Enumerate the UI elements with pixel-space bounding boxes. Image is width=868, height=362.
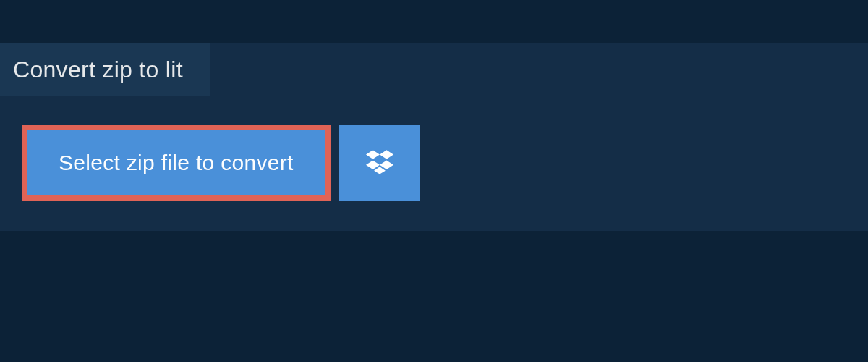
tab-title: Convert zip to lit bbox=[13, 56, 183, 83]
dropbox-icon bbox=[366, 148, 393, 178]
dropbox-button[interactable] bbox=[339, 125, 420, 201]
select-file-button[interactable]: Select zip file to convert bbox=[22, 125, 331, 201]
converter-tab[interactable]: Convert zip to lit bbox=[0, 43, 210, 96]
action-row: Select zip file to convert bbox=[22, 125, 868, 201]
select-file-label: Select zip file to convert bbox=[59, 151, 294, 175]
converter-panel: Convert zip to lit Select zip file to co… bbox=[0, 43, 868, 231]
